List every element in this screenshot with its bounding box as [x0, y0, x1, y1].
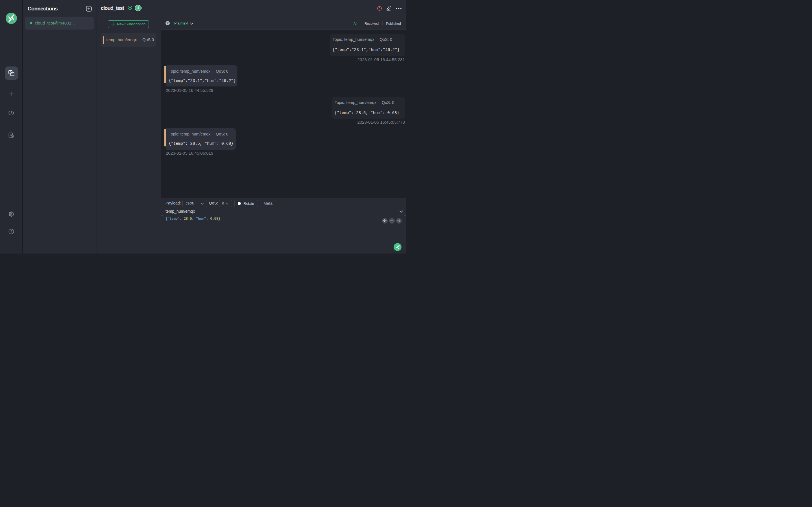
svg-text:?: ?: [10, 230, 12, 233]
